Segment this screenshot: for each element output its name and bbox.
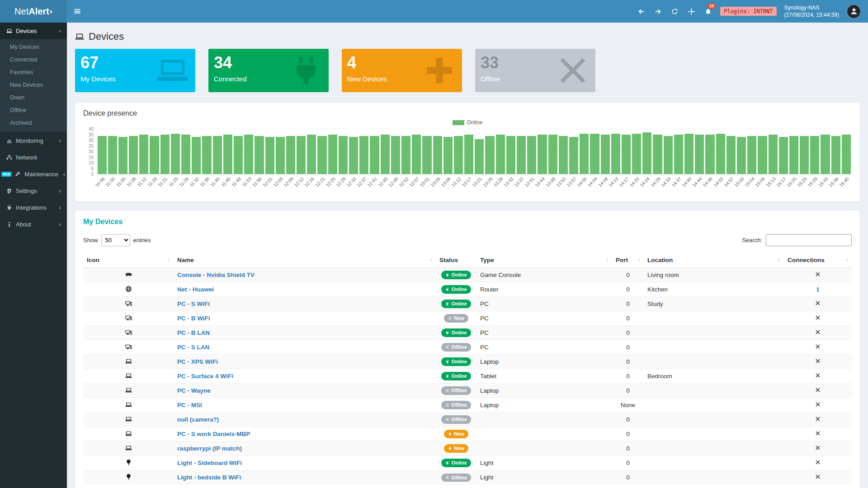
device-name-link[interactable]: Light - bedside B WiFi xyxy=(177,474,241,481)
device-connections xyxy=(784,268,852,282)
presence-bar xyxy=(234,136,243,174)
connections-count-link[interactable]: 1 xyxy=(816,286,820,293)
device-type: PC xyxy=(476,311,612,326)
device-name-link[interactable]: PC - B LAN xyxy=(177,329,210,336)
presence-bar xyxy=(664,136,673,174)
device-name-link[interactable]: Net - Huawei xyxy=(177,286,214,293)
sidebar-subitem-my-devices[interactable]: My Devices xyxy=(0,41,67,53)
device-table-row: PC - S WiFi Online PC 0 Study xyxy=(83,297,852,311)
device-name-link[interactable]: PC - S work Daniels-MBP xyxy=(177,431,250,437)
device-table-row: PC - S LAN Offline PC 0 xyxy=(83,340,852,355)
device-name-link[interactable]: raspberrypi (IP match) xyxy=(177,445,242,452)
presence-bar xyxy=(297,136,306,174)
status-badge: Offline xyxy=(441,474,471,482)
top-navbar: NetAlertx 15 Plugins: INTRNT Synology-NA… xyxy=(0,0,868,23)
sort-icon xyxy=(166,258,171,263)
sidebar-subitem-down[interactable]: Down xyxy=(0,91,67,104)
status-badge-icon xyxy=(448,446,452,450)
app-logo[interactable]: NetAlertx xyxy=(0,0,67,23)
device-connections xyxy=(784,456,852,470)
sidebar-subitem-new-devices[interactable]: New Devices xyxy=(0,79,67,91)
device-name-link[interactable]: null (camera?) xyxy=(177,416,219,423)
status-badge-icon xyxy=(445,273,449,277)
sidebar-subitem-favorites[interactable]: Favorites xyxy=(0,66,67,79)
stat-card-connected[interactable]: 34 Connected xyxy=(208,49,329,92)
device-table-row: Console - Nvidia Shield TV Online Game C… xyxy=(83,268,852,282)
move-button[interactable] xyxy=(687,0,696,23)
column-header-name[interactable]: Name xyxy=(174,253,436,268)
presence-bar xyxy=(517,136,526,174)
device-name-link[interactable]: PC - B WiFi xyxy=(177,315,210,322)
stat-card-my-devices[interactable]: 67 My Devices xyxy=(75,49,195,92)
forward-button[interactable] xyxy=(653,0,662,23)
device-name-link[interactable]: Light - Sideboard WiFi xyxy=(177,460,242,466)
device-name-link[interactable]: PC - S WiFi xyxy=(177,300,210,307)
sidebar-item-devices[interactable]: Devices xyxy=(0,23,67,39)
status-badge-label: Offline xyxy=(451,402,467,408)
devices-table: Icon Name Status Type Port Location Conn… xyxy=(83,253,852,485)
device-name-link[interactable]: PC - S LAN xyxy=(177,344,209,351)
device-name-link[interactable]: PC - Wayne xyxy=(177,387,211,394)
presence-bar xyxy=(705,135,714,174)
sidebar-subitem-offline[interactable]: Offline xyxy=(0,104,67,117)
presence-bar xyxy=(622,135,631,174)
device-connections xyxy=(784,355,852,369)
laptop-icon xyxy=(6,28,12,34)
sidebar-subitem-connected[interactable]: Connected xyxy=(0,53,67,66)
sidebar-item-about[interactable]: About xyxy=(0,216,67,233)
legend-label: Online xyxy=(467,119,483,126)
sidebar-subitem-label: Connected xyxy=(10,56,37,63)
refresh-button[interactable] xyxy=(670,0,679,23)
main-content: Devices 67 My Devices 34 Connected 4 New… xyxy=(67,23,868,488)
device-presence-panel: Device presence Online 0510152025303540 … xyxy=(75,103,860,202)
no-connections-icon xyxy=(815,358,821,364)
page-header: Devices xyxy=(75,27,860,49)
navbar-main: 15 Plugins: INTRNT Synology-NAS (27/06/2… xyxy=(67,0,868,23)
sidebar-item-label: Maintenance xyxy=(24,171,58,178)
times-icon xyxy=(557,54,589,87)
back-button[interactable] xyxy=(637,0,646,23)
device-name-link[interactable]: PC - MSI xyxy=(177,402,202,408)
column-header-type[interactable]: Type xyxy=(476,253,612,268)
stat-card-new-devices[interactable]: 4 New Devices xyxy=(342,49,462,92)
computer-icon xyxy=(125,343,132,350)
sidebar-toggle-button[interactable] xyxy=(67,0,88,23)
sidebar-subitem-archived[interactable]: Archived xyxy=(0,117,67,129)
user-avatar[interactable] xyxy=(847,5,861,19)
column-header-icon[interactable]: Icon xyxy=(83,253,174,268)
stat-card-offline[interactable]: 33 Offline xyxy=(475,49,595,92)
sidebar-item-label: Devices xyxy=(16,28,37,34)
sidebar-item-network[interactable]: Network xyxy=(0,149,67,166)
notifications-button[interactable]: 15 xyxy=(703,0,712,23)
sidebar-item-settings[interactable]: Settings xyxy=(0,183,67,199)
chevron-left-icon xyxy=(58,139,62,143)
status-badge-icon xyxy=(445,475,449,479)
column-header-location[interactable]: Location xyxy=(644,253,784,268)
device-name-link[interactable]: Console - Nvidia Shield TV xyxy=(177,272,255,278)
presence-bar xyxy=(118,137,127,174)
device-location xyxy=(644,340,784,355)
column-header-connections[interactable]: Connections xyxy=(784,253,852,268)
no-connections-icon xyxy=(815,431,821,436)
presence-bar xyxy=(412,135,421,174)
page-size-select[interactable]: 50 xyxy=(101,234,130,246)
presence-bar xyxy=(286,136,295,174)
sidebar-item-monitoring[interactable]: Monitoring xyxy=(0,132,67,149)
device-name-link[interactable]: PC - XPS WiFi xyxy=(177,358,218,365)
device-location xyxy=(644,427,784,441)
plugins-status-badge[interactable]: Plugins: INTRNT xyxy=(720,7,776,16)
device-name-link[interactable]: PC - Surface 4 WiFi xyxy=(177,373,233,380)
status-badge: Offline xyxy=(441,415,471,423)
presence-bar xyxy=(108,136,117,174)
status-badge: Online xyxy=(441,372,471,380)
sidebar-item-integrations[interactable]: Integrations xyxy=(0,199,67,216)
column-header-port[interactable]: Port xyxy=(612,253,644,268)
device-type: Light xyxy=(476,456,612,470)
column-header-status[interactable]: Status xyxy=(436,253,476,268)
search-input[interactable] xyxy=(766,234,852,246)
status-badge: New xyxy=(444,430,468,438)
sidebar-item-maintenance[interactable]: NEW Maintenance xyxy=(0,166,67,183)
laptop-icon xyxy=(125,430,132,437)
sort-icon xyxy=(777,258,782,263)
device-type: Tablet xyxy=(476,369,612,384)
